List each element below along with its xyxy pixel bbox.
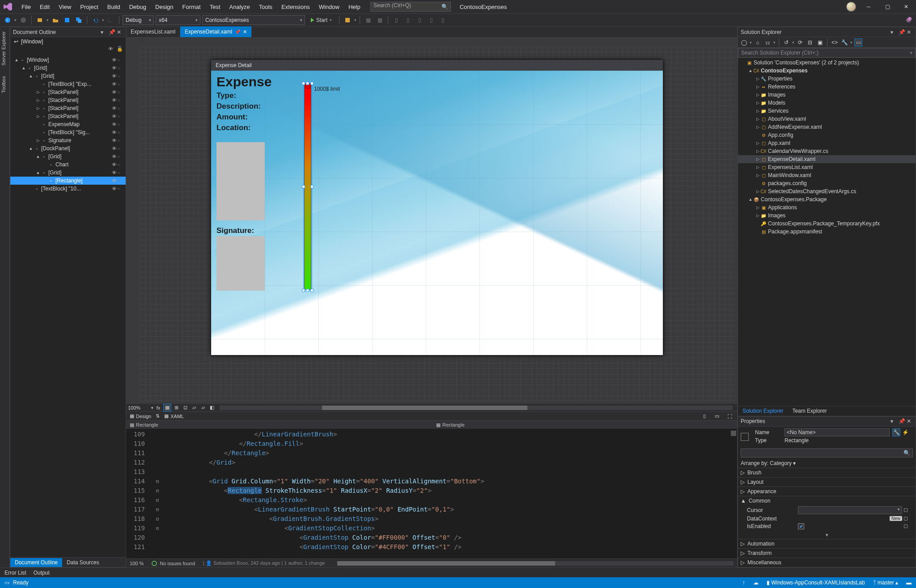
browse-icon[interactable]: [343, 15, 352, 25]
xaml-code-editor[interactable]: 109110111112113114115116117118119120121 …: [126, 429, 737, 558]
cat-header[interactable]: ▷Automation: [738, 539, 916, 548]
toolbox-tab[interactable]: Toolbox: [0, 74, 9, 95]
cat-header[interactable]: ▷Layout: [738, 478, 916, 486]
menu-view[interactable]: View: [54, 2, 76, 12]
error-list-tab[interactable]: Error List: [4, 570, 26, 576]
solution-node[interactable]: ▷▣Applications: [738, 203, 916, 212]
outline-root[interactable]: ↩ [Window]: [10, 37, 126, 46]
nav-fwd-icon[interactable]: [18, 15, 28, 25]
wrench-icon[interactable]: 🔧: [892, 428, 900, 436]
effects-icon[interactable]: fx: [154, 404, 162, 412]
output-tab[interactable]: Output: [34, 570, 50, 576]
platform-combo[interactable]: x64: [156, 15, 200, 25]
crumb-left[interactable]: ▦ Rectangle: [130, 422, 158, 428]
menu-extensions[interactable]: Extensions: [277, 2, 314, 12]
split-v-icon[interactable]: ▭: [713, 412, 721, 420]
outline-node[interactable]: ▫ExpenseMap👁○: [10, 120, 126, 128]
startup-combo[interactable]: ContosoExpenses: [202, 15, 305, 25]
new-button[interactable]: New: [890, 516, 902, 521]
cloud-icon[interactable]: ☁: [753, 580, 759, 586]
config-combo[interactable]: Debug: [123, 15, 154, 25]
se-pending-icon[interactable]: ↺: [782, 38, 790, 47]
quick-search[interactable]: Search (Ctrl+Q) 🔍: [370, 2, 451, 12]
menu-window[interactable]: Window: [314, 2, 344, 12]
repo-indicator[interactable]: ▮ Windows-AppConsult-XAMLIslandsLab: [767, 580, 865, 586]
se-showall-icon[interactable]: ▣: [816, 38, 824, 47]
isenabled-checkbox[interactable]: ✔: [798, 523, 804, 529]
redo-icon[interactable]: [106, 15, 116, 25]
minimize-button[interactable]: ─: [862, 2, 875, 11]
nav-back-icon[interactable]: [3, 15, 13, 25]
solution-node[interactable]: 🔑ContosoExpenses.Package_TemporaryKey.pf…: [738, 220, 916, 228]
solution-node[interactable]: ▷▢ExpensesList.xaml: [738, 163, 916, 171]
align1-icon[interactable]: ▦: [363, 15, 373, 25]
live-share-icon[interactable]: [903, 15, 913, 25]
solution-node[interactable]: ⚙App.config: [738, 131, 916, 139]
dropdown-icon[interactable]: ▾: [101, 29, 107, 35]
se-collapse-icon[interactable]: ⊟: [806, 38, 814, 47]
pp-pin-icon[interactable]: 📌: [899, 418, 905, 424]
se-pin-icon[interactable]: 📌: [899, 29, 905, 35]
marker-icon[interactable]: [904, 508, 908, 512]
prop-name-input[interactable]: [785, 428, 890, 436]
outline-node[interactable]: ▫[TextBlock] "10...👁○: [10, 185, 126, 193]
doc-tab[interactable]: ExpenseDetail.xaml📌✕: [180, 26, 252, 37]
save-icon[interactable]: [62, 15, 72, 25]
solution-node[interactable]: ▲C#ContosoExpenses: [738, 67, 916, 75]
marker-icon[interactable]: [904, 525, 908, 528]
solution-node[interactable]: ▤Package.appxmanifest: [738, 228, 916, 236]
solution-node[interactable]: ▷▢AddNewExpense.xaml: [738, 123, 916, 131]
solution-node[interactable]: ▷📁Images: [738, 91, 916, 99]
xaml-mode-tab[interactable]: ▦ XAML: [164, 413, 184, 419]
group1-icon[interactable]: ▯: [391, 15, 401, 25]
start-button[interactable]: Start▾: [307, 15, 336, 25]
pp-dropdown-icon[interactable]: ▾: [891, 418, 897, 424]
menu-analyze[interactable]: Analyze: [225, 2, 254, 12]
se-back-icon[interactable]: ◯: [740, 38, 748, 47]
solution-node[interactable]: ▷▢ExpenseDetail.xaml: [738, 155, 916, 163]
h-scrollbar[interactable]: [220, 406, 733, 410]
menu-edit[interactable]: Edit: [35, 2, 54, 12]
sol-tab-solution[interactable]: Solution Explorer: [738, 406, 788, 416]
prop-search-input[interactable]: [741, 448, 913, 457]
se-dropdown-icon[interactable]: ▾: [891, 29, 897, 35]
crumb-right[interactable]: ▦ Rectangle: [436, 422, 465, 428]
menu-help[interactable]: Help: [344, 2, 365, 12]
zoom-level[interactable]: 100%: [128, 405, 150, 410]
se-close-icon[interactable]: ✕: [907, 29, 913, 35]
cat-header[interactable]: ▷Miscellaneous: [738, 558, 916, 567]
design-mode-tab[interactable]: ▦ Design: [130, 413, 151, 419]
menu-design[interactable]: Design: [151, 2, 178, 12]
solution-node[interactable]: ▷▢App.xaml: [738, 139, 916, 147]
open-icon[interactable]: [51, 15, 60, 25]
gradient-rectangle[interactable]: [304, 84, 311, 290]
tool3-icon[interactable]: ◧: [208, 404, 216, 412]
swap-icon[interactable]: ⇅: [156, 413, 160, 419]
maximize-button[interactable]: ▢: [881, 2, 894, 11]
close-icon[interactable]: ✕: [117, 29, 123, 35]
tool1-icon[interactable]: ▱: [190, 404, 198, 412]
menu-format[interactable]: Format: [178, 2, 205, 12]
doc-tab[interactable]: ExpensesList.xaml: [126, 26, 180, 37]
notifications-icon[interactable]: ▬: [906, 580, 912, 586]
cat-header[interactable]: ▷Appearance: [738, 487, 916, 496]
snap-icon[interactable]: ⊞: [172, 404, 180, 412]
group3-icon[interactable]: ▯: [415, 15, 424, 25]
server-explorer-tab[interactable]: Server Explorer: [0, 30, 9, 67]
solution-node[interactable]: ▷🔧Properties: [738, 75, 916, 83]
outline-node[interactable]: ▲▫[Grid]👁○: [10, 152, 126, 161]
back-arrow-icon[interactable]: ↩: [14, 38, 18, 45]
outline-node[interactable]: ▲▫[Grid]👁○: [10, 64, 126, 72]
split-h-icon[interactable]: ▯: [700, 412, 708, 420]
outline-node[interactable]: ▫[TextBlock] "Exp...👁○: [10, 80, 126, 88]
outline-node[interactable]: ▲▫[Grid]👁○: [10, 72, 126, 80]
expand-icon[interactable]: ⛶: [725, 412, 734, 420]
solution-node[interactable]: ▷C#SelectedDatesChangedEventArgs.cs: [738, 187, 916, 195]
branch-indicator[interactable]: ᛘ master ▴: [873, 580, 898, 586]
add-split-icon[interactable]: [731, 431, 736, 436]
solution-node[interactable]: ▷C#CalendarViewWrapper.cs: [738, 147, 916, 155]
se-code-icon[interactable]: <>: [831, 38, 839, 47]
group5-icon[interactable]: ▯: [438, 15, 448, 25]
expand-more-icon[interactable]: ▾: [738, 531, 916, 539]
menu-build[interactable]: Build: [103, 2, 125, 12]
